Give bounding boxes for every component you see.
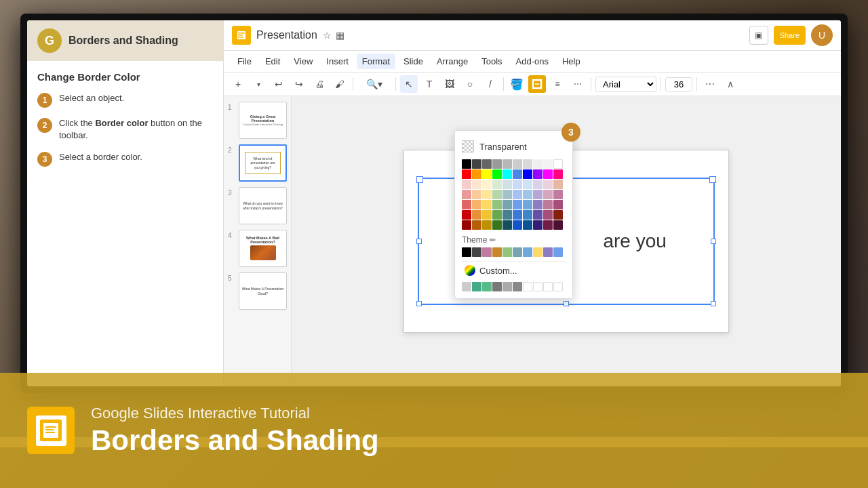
bt-c9[interactable] [543, 282, 553, 291]
print-button[interactable]: 🖨 [311, 75, 328, 93]
color-r5c10[interactable] [553, 200, 563, 209]
color-r4c10[interactable] [553, 190, 563, 199]
menu-view[interactable]: View [288, 54, 318, 69]
bt-c6[interactable] [513, 282, 522, 291]
theme-c1[interactable] [462, 247, 471, 257]
bt-c5[interactable] [502, 282, 512, 291]
color-lightgray4[interactable] [533, 159, 542, 169]
shape-tool[interactable]: ○ [461, 75, 479, 93]
more-options-button[interactable]: ⋯ [701, 75, 719, 93]
color-r7c4[interactable] [492, 220, 502, 230]
color-r4c7[interactable] [523, 190, 532, 199]
edit-theme-icon[interactable]: ✏ [490, 236, 496, 245]
slide-preview-5[interactable]: What Makes A Presentation Good? [239, 272, 287, 310]
color-r5c8[interactable] [533, 200, 542, 209]
color-orange[interactable] [472, 169, 481, 179]
color-pink[interactable] [553, 169, 563, 179]
color-cyan[interactable] [502, 169, 512, 179]
menu-help[interactable]: Help [557, 54, 586, 69]
menu-file[interactable]: File [232, 54, 257, 69]
text-tool[interactable]: T [420, 75, 438, 93]
slide-preview-2[interactable]: What kind of presentation are you giving… [239, 144, 287, 182]
transparent-option[interactable]: Transparent [462, 138, 566, 155]
color-r5c6[interactable] [513, 200, 522, 209]
color-darkblue[interactable] [523, 169, 532, 179]
slide-thumb-3[interactable]: 3 What do you want to know after today's… [228, 187, 287, 224]
color-r7c9[interactable] [543, 220, 553, 230]
paint-format-button[interactable]: 🖌 [331, 75, 349, 93]
handle-left-center[interactable] [416, 239, 422, 244]
theme-c3[interactable] [482, 247, 492, 257]
color-r5c9[interactable] [543, 200, 553, 209]
color-r4c3[interactable] [482, 190, 492, 199]
color-r5c2[interactable] [472, 200, 481, 209]
bt-c4[interactable] [492, 282, 502, 291]
handle-bottom-right[interactable] [711, 301, 716, 306]
collapse-toolbar[interactable]: ∧ [722, 75, 739, 93]
menu-insert[interactable]: Insert [321, 54, 354, 69]
undo-button[interactable]: ↩ [270, 75, 288, 93]
border-color-button[interactable] [528, 75, 546, 93]
color-lightpink[interactable] [543, 180, 553, 189]
color-lightgray3[interactable] [523, 159, 532, 169]
color-lightyellow[interactable] [482, 180, 492, 189]
color-blue[interactable] [513, 169, 522, 179]
color-lightblue1[interactable] [513, 180, 522, 189]
color-r7c2[interactable] [472, 220, 481, 230]
menu-tools[interactable]: Tools [476, 54, 507, 69]
slide-thumb-1[interactable]: 1 Giving a Great Presentation CustomGuid… [228, 102, 287, 139]
color-r4c1[interactable] [462, 190, 471, 199]
color-r6c8[interactable] [533, 210, 542, 220]
color-purple[interactable] [533, 169, 542, 179]
color-black[interactable] [462, 159, 471, 169]
color-r7c6[interactable] [513, 220, 522, 230]
color-green[interactable] [492, 169, 502, 179]
zoom-button[interactable]: 🔍▾ [357, 75, 391, 93]
color-r4c5[interactable] [502, 190, 512, 199]
slide-preview-1[interactable]: Giving a Great Presentation CustomGuide … [239, 102, 287, 139]
slide-thumb-5[interactable]: 5 What Makes A Presentation Good? [228, 272, 287, 310]
custom-color-option[interactable]: Custom... [462, 261, 566, 279]
color-darkgray1[interactable] [472, 159, 481, 169]
color-r6c2[interactable] [472, 210, 481, 220]
color-r6c1[interactable] [462, 210, 471, 220]
slide-preview-4[interactable]: What Makes A Bad Presentation? [239, 230, 287, 267]
border-dash-button[interactable]: ⋯ [569, 75, 587, 93]
theme-c7[interactable] [523, 247, 532, 257]
add-button[interactable]: + [229, 75, 247, 93]
menu-edit[interactable]: Edit [260, 54, 285, 69]
color-r4c4[interactable] [492, 190, 502, 199]
color-r4c9[interactable] [543, 190, 553, 199]
slide-preview-3[interactable]: What do you want to know after today's p… [239, 187, 287, 224]
color-r6c10[interactable] [553, 210, 563, 220]
color-gray[interactable] [492, 159, 502, 169]
redo-button[interactable]: ↪ [290, 75, 308, 93]
color-r6c9[interactable] [543, 210, 553, 220]
color-lightblue2[interactable] [523, 180, 532, 189]
color-peach[interactable] [553, 180, 563, 189]
theme-c9[interactable] [543, 247, 553, 257]
menu-addons[interactable]: Add-ons [511, 54, 554, 69]
theme-c4[interactable] [492, 247, 502, 257]
add-dropdown[interactable]: ▾ [250, 75, 267, 93]
color-r5c4[interactable] [492, 200, 502, 209]
color-lightred[interactable] [462, 180, 471, 189]
color-yellow[interactable] [482, 169, 492, 179]
theme-c10[interactable] [553, 247, 563, 257]
theme-c5[interactable] [502, 247, 512, 257]
slide-thumb-2[interactable]: 2 What kind of presentation are you givi… [228, 144, 287, 182]
color-r5c3[interactable] [482, 200, 492, 209]
color-r5c5[interactable] [502, 200, 512, 209]
bt-c10[interactable] [553, 282, 563, 291]
bt-c1[interactable] [462, 282, 471, 291]
handle-bottom-left[interactable] [416, 301, 422, 306]
bt-c3[interactable] [482, 282, 492, 291]
share-button[interactable]: Share [774, 26, 806, 45]
fill-color-button[interactable]: 🪣 [508, 75, 526, 93]
color-r6c4[interactable] [492, 210, 502, 220]
menu-slide[interactable]: Slide [398, 54, 429, 69]
border-weight-button[interactable]: ≡ [549, 75, 566, 93]
color-r5c1[interactable] [462, 200, 471, 209]
handle-bottom-center[interactable] [564, 301, 569, 306]
star-icon[interactable]: ☆ [323, 30, 332, 41]
